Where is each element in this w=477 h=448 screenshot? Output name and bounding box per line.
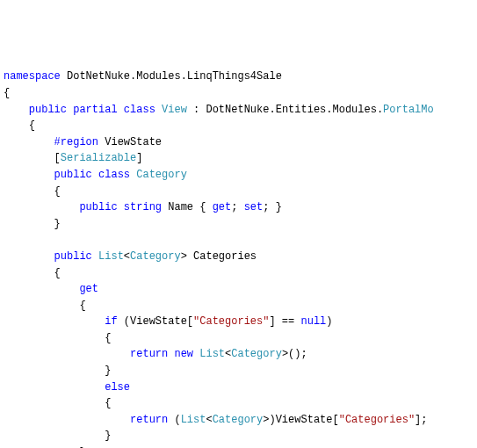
type-category: Category: [213, 414, 264, 426]
type-category: Category: [130, 169, 187, 181]
region-name: ViewState: [98, 136, 162, 148]
keyword-public: public: [4, 169, 92, 181]
type-list: List: [193, 348, 225, 360]
code-line: public partial class View : DotNetNuke.E…: [4, 104, 434, 116]
text: <: [206, 414, 212, 426]
code-line: #region ViewState: [4, 136, 162, 148]
brace: }: [4, 218, 61, 230]
keyword-set: set: [244, 201, 264, 213]
code-line: get: [4, 283, 98, 295]
brace: }: [4, 365, 111, 377]
brace: }: [4, 430, 111, 442]
keyword-partial: partial: [67, 104, 118, 116]
code-line: if (ViewState["Categories"] == null): [4, 315, 333, 328]
keyword-get: get: [4, 283, 98, 295]
code-line: public string Name { get; set; }: [4, 201, 282, 213]
keyword-public: public: [4, 104, 67, 116]
text: ): [326, 315, 332, 328]
text: [: [4, 152, 61, 164]
keyword-class: class: [92, 169, 130, 181]
keyword-get: get: [213, 201, 232, 213]
string-literal: "Categories": [339, 414, 415, 426]
text: >)ViewState[: [263, 414, 338, 426]
keyword-return: return: [4, 414, 168, 426]
keyword-string: string: [118, 201, 162, 213]
text: Name {: [162, 201, 213, 213]
code-line: public class Category: [4, 169, 187, 181]
keyword-namespace: namespace: [4, 70, 61, 83]
type-portal: PortalMo: [383, 104, 434, 116]
type-list: List: [181, 414, 206, 426]
text: >();: [282, 348, 307, 360]
brace: {: [4, 332, 111, 344]
attribute-serializable: Serializable: [61, 152, 136, 164]
text: ] ==: [269, 315, 300, 328]
code-line: return new List<Category>();: [4, 348, 307, 360]
brace: {: [4, 267, 61, 279]
brace: {: [4, 87, 10, 99]
text: <: [124, 250, 130, 263]
namespace-name: DotNetNuke.Modules.LinqThings4Sale: [61, 70, 282, 83]
brace: {: [4, 300, 86, 312]
code-block: namespace DotNetNuke.Modules.LinqThings4…: [4, 69, 473, 448]
text: (: [168, 414, 180, 426]
code-line: [Serializable]: [4, 152, 142, 164]
keyword-public: public: [4, 201, 118, 213]
brace: {: [4, 119, 35, 132]
brace: {: [4, 397, 111, 409]
string-literal: "Categories": [193, 315, 269, 328]
keyword-new: new: [168, 348, 193, 360]
code-line: namespace DotNetNuke.Modules.LinqThings4…: [4, 70, 282, 83]
keyword-if: if: [4, 315, 118, 328]
type-category: Category: [231, 348, 282, 360]
text: (ViewState[: [118, 315, 193, 328]
keyword-return: return: [4, 348, 168, 360]
type-view: View: [155, 104, 187, 116]
text: ;: [231, 201, 243, 213]
code-line: else: [4, 381, 130, 394]
code-line: return (List<Category>)ViewState["Catego…: [4, 414, 428, 426]
text: : DotNetNuke.Entities.Modules.: [187, 104, 383, 116]
type-list: List: [92, 250, 124, 263]
text: ; }: [263, 201, 282, 213]
text: ]: [136, 152, 142, 164]
brace: {: [4, 185, 61, 198]
keyword-class: class: [118, 104, 155, 116]
type-category: Category: [130, 250, 181, 263]
keyword-else: else: [4, 381, 130, 394]
keyword-public: public: [4, 250, 92, 263]
region-directive: #region: [4, 136, 98, 148]
code-line: public List<Category> Categories: [4, 250, 257, 263]
text: ];: [415, 414, 427, 426]
keyword-null: null: [300, 315, 326, 328]
text: > Categories: [181, 250, 257, 263]
